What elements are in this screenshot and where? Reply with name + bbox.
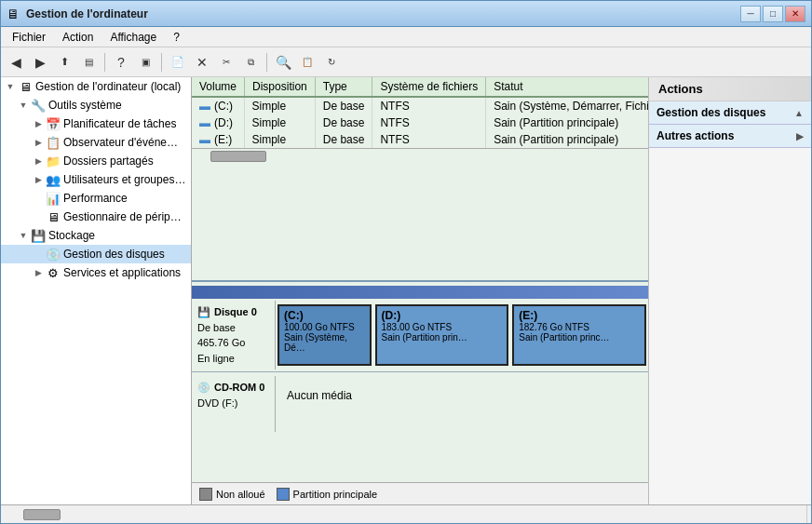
tree-gestionnaire[interactable]: ▶ 🖥 Gestionnaire de périph… bbox=[1, 208, 191, 226]
cell-status-0: Sain (Système, Démarrer, Fichier… bbox=[486, 97, 648, 114]
utilisateurs-icon: 👥 bbox=[46, 172, 61, 187]
tree-root-label: Gestion de l'ordinateur (local) bbox=[35, 80, 181, 93]
toolbar-copy[interactable]: ⧉ bbox=[239, 51, 262, 74]
services-label: Services et applications bbox=[63, 266, 181, 279]
cell-disposition-0: Simple bbox=[245, 97, 316, 114]
toolbar-properties[interactable]: ▣ bbox=[134, 51, 156, 74]
col-statut[interactable]: Statut bbox=[486, 77, 648, 97]
actions-title: Actions bbox=[649, 77, 811, 101]
table-row[interactable]: ▬ (E:) Simple De base NTFS Sain (Partiti… bbox=[192, 131, 648, 148]
toolbar-export[interactable]: 📋 bbox=[296, 51, 318, 74]
cdrom0-name: 💿 CD-ROM 0 bbox=[197, 380, 269, 396]
legend-primary: Partition principale bbox=[277, 488, 378, 501]
tree-stockage[interactable]: ▼ 💾 Stockage bbox=[1, 226, 191, 245]
status-left bbox=[5, 505, 807, 523]
partition-d-label: (D:) bbox=[382, 309, 503, 322]
cdrom0-partitions: Aucun média bbox=[276, 376, 648, 432]
actions-autres-arrow: ▶ bbox=[796, 131, 804, 141]
dossiers-expander: ▶ bbox=[31, 154, 46, 168]
gestion-disques-icon: 💿 bbox=[46, 247, 61, 262]
status-bar bbox=[1, 504, 811, 523]
actions-gestion-disques[interactable]: Gestion des disques ▲ bbox=[649, 101, 811, 125]
disk-divider bbox=[192, 371, 648, 372]
partition-e-detail1: 182.76 Go NTFS bbox=[519, 322, 640, 332]
disk0-type: De base bbox=[197, 320, 269, 336]
cdrom0-info: 💿 CD-ROM 0 DVD (F:) bbox=[192, 376, 276, 432]
cell-disposition-1: Simple bbox=[245, 114, 316, 131]
observateur-expander: ▶ bbox=[31, 135, 46, 150]
dossiers-label: Dossiers partagés bbox=[63, 155, 154, 168]
cell-volume-1: ▬ (D:) bbox=[192, 114, 245, 131]
planificateur-icon: 📅 bbox=[46, 116, 61, 131]
status-scrollbar[interactable] bbox=[23, 509, 61, 520]
tree-root[interactable]: ▼ 🖥 Gestion de l'ordinateur (local) bbox=[1, 77, 191, 96]
performance-icon: 📊 bbox=[46, 191, 61, 206]
services-expander: ▶ bbox=[31, 265, 46, 280]
partition-d-detail1: 183.00 Go NTFS bbox=[382, 322, 503, 332]
legend-unallocated-color bbox=[199, 488, 212, 501]
toolbar-cut[interactable]: ✂ bbox=[215, 51, 237, 74]
partition-c-label: (C:) bbox=[284, 309, 365, 322]
partition-c-detail2: Sain (Système, Dé… bbox=[284, 332, 365, 353]
menu-help[interactable]: ? bbox=[166, 29, 187, 46]
legend-unallocated-label: Non alloué bbox=[216, 489, 265, 500]
toolbar-show-hide[interactable]: ▤ bbox=[77, 51, 100, 74]
performance-label: Performance bbox=[63, 192, 128, 205]
utilisateurs-expander: ▶ bbox=[31, 172, 46, 187]
tree-performance[interactable]: ▶ 📊 Performance bbox=[1, 189, 191, 208]
minimize-button[interactable]: ─ bbox=[740, 6, 761, 22]
actions-autres-label: Autres actions bbox=[656, 129, 734, 142]
menu-action[interactable]: Action bbox=[55, 29, 101, 46]
col-volume[interactable]: Volume bbox=[192, 77, 245, 97]
disk-table: Volume Disposition Type Système de fichi… bbox=[192, 77, 648, 148]
tree-gestion-disques[interactable]: ▶ 💿 Gestion des disques bbox=[1, 245, 191, 263]
disk-view: 💾 Disque 0 De base 465.76 Go En ligne (C… bbox=[192, 282, 648, 482]
disk0-header bbox=[192, 286, 648, 299]
tree-dossiers[interactable]: ▶ 📁 Dossiers partagés bbox=[1, 152, 191, 170]
table-hscrollbar[interactable] bbox=[192, 148, 648, 163]
cdrom-icon: 💿 bbox=[197, 380, 210, 396]
menu-fichier[interactable]: Fichier bbox=[5, 29, 53, 46]
title-bar-left: 🖥 Gestion de l'ordinateur bbox=[7, 7, 148, 21]
tree-planificateur[interactable]: ▶ 📅 Planificateur de tâches bbox=[1, 114, 191, 133]
col-filesystem[interactable]: Système de fichiers bbox=[372, 77, 486, 97]
menu-affichage[interactable]: Affichage bbox=[102, 29, 164, 46]
tree-outils-systeme[interactable]: ▼ 🔧 Outils système bbox=[1, 96, 191, 114]
toolbar-delete[interactable]: ✕ bbox=[191, 51, 213, 74]
table-row[interactable]: ▬ (C:) Simple De base NTFS Sain (Système… bbox=[192, 97, 648, 114]
toolbar-up[interactable]: ⬆ bbox=[53, 51, 75, 74]
col-type[interactable]: Type bbox=[315, 77, 372, 97]
planificateur-expander: ▶ bbox=[31, 116, 46, 131]
toolbar-new[interactable]: 📄 bbox=[167, 51, 189, 74]
main-window: 🖥 Gestion de l'ordinateur ─ □ ✕ Fichier … bbox=[0, 0, 812, 524]
tree-services[interactable]: ▶ ⚙ Services et applications bbox=[1, 263, 191, 282]
outils-label: Outils système bbox=[48, 99, 122, 112]
toolbar-forward[interactable]: ▶ bbox=[29, 51, 51, 74]
maximize-button[interactable]: □ bbox=[763, 6, 783, 22]
tree-utilisateurs[interactable]: ▶ 👥 Utilisateurs et groupes l… bbox=[1, 170, 191, 189]
partition-e-detail2: Sain (Partition princ… bbox=[519, 332, 640, 343]
partition-c[interactable]: (C:) 100.00 Go NTFS Sain (Système, Dé… bbox=[277, 304, 372, 366]
toolbar-search[interactable]: 🔍 bbox=[272, 51, 294, 74]
table-row[interactable]: ▬ (D:) Simple De base NTFS Sain (Partiti… bbox=[192, 114, 648, 131]
close-button[interactable]: ✕ bbox=[785, 6, 805, 22]
col-disposition[interactable]: Disposition bbox=[245, 77, 316, 97]
disk0-partitions: (C:) 100.00 Go NTFS Sain (Système, Dé… (… bbox=[276, 301, 648, 369]
legend-primary-color bbox=[277, 488, 290, 501]
volume-icon-1: ▬ bbox=[199, 116, 210, 129]
observateur-label: Observateur d'événeme… bbox=[63, 136, 187, 149]
disk0-size: 465.76 Go bbox=[197, 335, 269, 351]
app-icon: 🖥 bbox=[7, 7, 21, 21]
cell-fs-2: NTFS bbox=[372, 131, 486, 148]
partition-d[interactable]: (D:) 183.00 Go NTFS Sain (Partition prin… bbox=[375, 304, 509, 366]
partition-e[interactable]: (E:) 182.76 Go NTFS Sain (Partition prin… bbox=[512, 304, 646, 366]
legend-primary-label: Partition principale bbox=[293, 489, 378, 500]
toolbar-help[interactable]: ? bbox=[110, 51, 132, 74]
stockage-icon: 💾 bbox=[31, 228, 46, 243]
toolbar-refresh[interactable]: ↻ bbox=[320, 51, 343, 74]
actions-autres[interactable]: Autres actions ▶ bbox=[649, 125, 811, 148]
tree-observateur[interactable]: ▶ 📋 Observateur d'événeme… bbox=[1, 133, 191, 152]
table-scrollbar-thumb[interactable] bbox=[210, 151, 266, 162]
root-icon: 🖥 bbox=[18, 79, 33, 94]
toolbar-back[interactable]: ◀ bbox=[5, 51, 27, 74]
